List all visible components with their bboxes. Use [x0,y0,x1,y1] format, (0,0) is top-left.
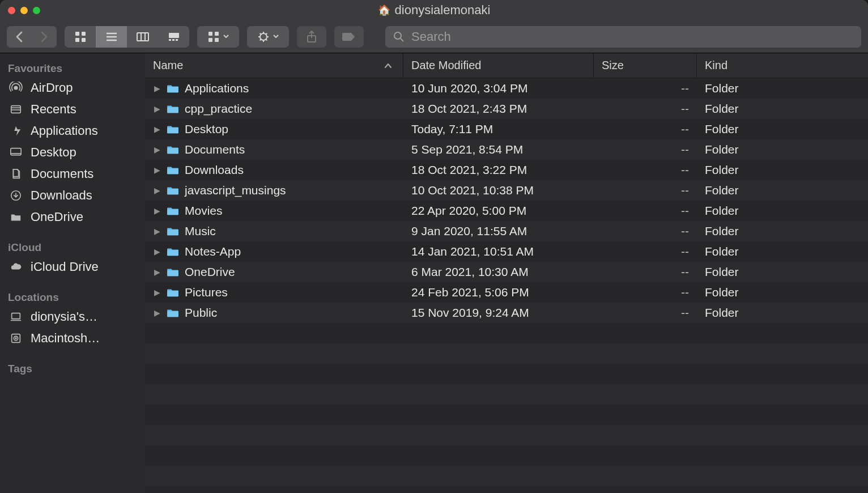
file-kind: Folder [705,102,739,116]
toolbar: Search [0,20,868,53]
folder-icon [167,287,179,298]
file-row[interactable]: ▶Notes-App14 Jan 2021, 10:51 AM--Folder [145,241,868,262]
folder-icon [167,104,179,114]
airdrop-icon [8,80,24,95]
file-name: cpp_practice [185,102,252,116]
svg-line-26 [266,33,267,34]
file-kind: Folder [705,265,739,279]
sidebar-item-label: Applications [31,124,98,138]
file-name: Pictures [185,286,228,299]
file-kind: Folder [705,122,739,136]
folder-icon [167,226,179,236]
disclosure-triangle-icon[interactable]: ▶ [153,104,161,113]
sidebar-item[interactable]: iCloud Drive [0,256,145,278]
list-view-button[interactable] [96,26,127,48]
sidebar-item-label: OneDrive [31,210,83,224]
sidebar-item[interactable]: AirDrop [0,77,145,99]
file-name: Movies [185,204,223,218]
file-row[interactable]: ▶OneDrive6 Mar 2021, 10:30 AM--Folder [145,262,868,282]
sidebar-item[interactable]: dionysia's… [0,306,145,328]
file-date: 5 Sep 2021, 8:54 PM [411,143,523,156]
share-button[interactable] [297,26,326,48]
file-name: javascript_musings [185,184,286,197]
file-size: -- [681,245,689,258]
file-size: -- [681,224,689,238]
search-field[interactable]: Search [385,26,861,48]
folder-icon [167,83,179,94]
file-size: -- [681,163,689,177]
file-row[interactable]: ▶javascript_musings10 Oct 2021, 10:38 PM… [145,180,868,201]
forward-button[interactable] [32,26,57,48]
column-header-size[interactable]: Size [594,53,697,78]
column-header-kind[interactable]: Kind [697,53,868,78]
sidebar-item[interactable]: Documents [0,163,145,185]
disclosure-triangle-icon[interactable]: ▶ [153,267,161,277]
icon-view-button[interactable] [65,26,96,48]
sidebar-item-label: Recents [31,102,76,117]
column-header-name[interactable]: Name [145,53,403,78]
action-menu-button[interactable] [247,26,289,48]
sidebar-item[interactable]: OneDrive [0,206,145,228]
file-kind: Folder [705,204,739,218]
back-button[interactable] [7,26,32,48]
sidebar-item[interactable]: Desktop [0,142,145,163]
sidebar-item-label: Desktop [31,145,76,160]
disclosure-triangle-icon[interactable]: ▶ [153,227,161,236]
file-row[interactable]: ▶Public15 Nov 2019, 9:24 AM--Folder [145,303,868,323]
file-date: 22 Apr 2020, 5:00 PM [411,204,526,218]
disclosure-triangle-icon[interactable]: ▶ [153,125,161,134]
file-kind: Folder [705,286,739,299]
file-row[interactable]: ▶Music9 Jan 2020, 11:55 AM--Folder [145,221,868,241]
file-date: 10 Jun 2020, 3:04 PM [411,82,527,95]
sidebar: FavouritesAirDropRecentsApplicationsDesk… [0,53,145,493]
file-row[interactable]: ▶DesktopToday, 7:11 PM--Folder [145,119,868,139]
sidebar-item-label: dionysia's… [31,309,97,324]
titlebar: 🏠 dionysialemonaki [0,0,868,20]
search-placeholder: Search [411,29,451,44]
zoom-window-button[interactable] [33,7,40,14]
column-headers: Name Date Modified Size Kind [145,53,868,78]
file-row[interactable]: ▶Documents5 Sep 2021, 8:54 PM--Folder [145,139,868,160]
file-row[interactable]: ▶Downloads18 Oct 2021, 3:22 PM--Folder [145,160,868,180]
disclosure-triangle-icon[interactable]: ▶ [153,288,161,297]
tags-button[interactable] [334,26,364,48]
icloud-icon [8,260,24,274]
disclosure-triangle-icon[interactable]: ▶ [153,206,161,215]
sidebar-item[interactable]: Downloads [0,185,145,206]
file-size: -- [681,82,689,95]
file-size: -- [681,204,689,218]
svg-rect-0 [75,32,79,36]
sidebar-item[interactable]: Recents [0,99,145,120]
file-row[interactable]: ▶Movies22 Apr 2020, 5:00 PM--Folder [145,201,868,221]
sidebar-header: Locations [0,288,145,306]
sidebar-item[interactable]: Applications [0,120,145,142]
file-row[interactable]: ▶Pictures24 Feb 2021, 5:06 PM--Folder [145,282,868,303]
file-kind: Folder [705,306,739,320]
column-view-button[interactable] [127,26,158,48]
group-by-button[interactable] [197,26,239,48]
close-window-button[interactable] [8,7,15,14]
disclosure-triangle-icon[interactable]: ▶ [153,145,161,154]
svg-rect-2 [75,38,79,42]
disclosure-triangle-icon[interactable]: ▶ [153,165,161,175]
sidebar-item[interactable]: Macintosh… [0,328,145,349]
disclosure-triangle-icon[interactable]: ▶ [153,308,161,317]
disclosure-triangle-icon[interactable]: ▶ [153,84,161,93]
gallery-view-button[interactable] [158,26,189,48]
disclosure-triangle-icon[interactable]: ▶ [153,186,161,195]
file-name: Music [185,224,216,238]
recents-icon [8,102,24,117]
disclosure-triangle-icon[interactable]: ▶ [153,247,161,256]
sort-ascending-icon [385,63,392,69]
svg-rect-11 [169,39,171,41]
file-row[interactable]: ▶cpp_practice18 Oct 2021, 2:43 PM--Folde… [145,99,868,119]
file-row[interactable]: ▶Applications10 Jun 2020, 3:04 PM--Folde… [145,78,868,99]
desktop-icon [8,145,24,160]
file-name: Public [185,306,217,320]
svg-rect-14 [209,32,212,36]
minimize-window-button[interactable] [20,7,28,14]
file-name: Downloads [185,163,244,177]
file-size: -- [681,143,689,156]
column-header-date[interactable]: Date Modified [403,53,594,78]
file-date: 14 Jan 2021, 10:51 AM [411,245,534,258]
